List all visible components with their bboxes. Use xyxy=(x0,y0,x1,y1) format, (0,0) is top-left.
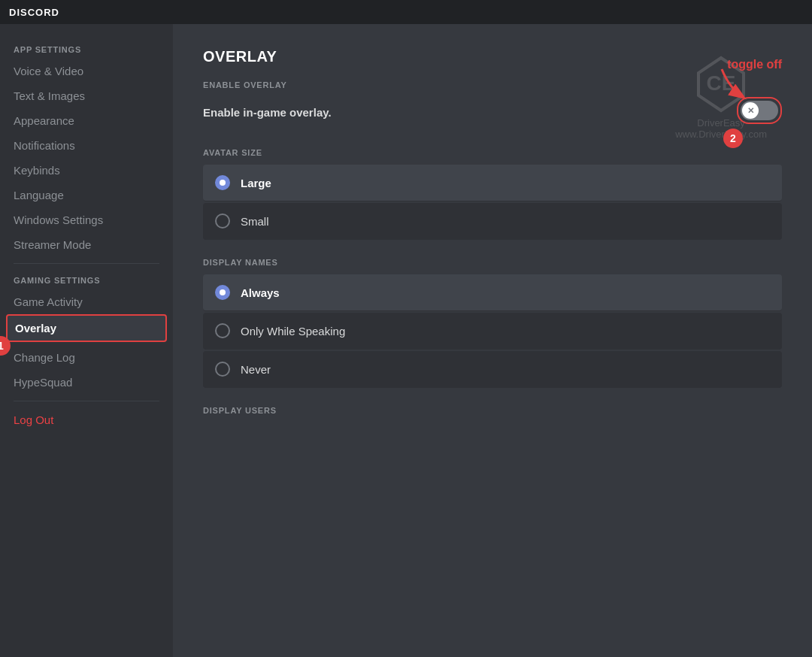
sidebar-item-label: Text & Images xyxy=(14,89,85,102)
radio-label-always: Always xyxy=(241,286,280,299)
sidebar-item-hypesquad[interactable]: HypeSquad xyxy=(6,370,167,395)
toggle-off-annotation: toggle off xyxy=(727,58,782,71)
sidebar-item-label: Streamer Mode xyxy=(14,238,91,251)
sidebar-item-overlay[interactable]: Overlay xyxy=(6,314,167,342)
content-area: CE DriverEasy www.DriverEasy.com OVERLAY… xyxy=(173,24,812,657)
radio-circle-large xyxy=(215,175,230,190)
main-layout: APP SETTINGS Voice & Video Text & Images… xyxy=(0,24,812,657)
sidebar-item-streamer-mode[interactable]: Streamer Mode xyxy=(6,232,167,257)
radio-circle-small xyxy=(215,213,230,229)
avatar-size-label: AVATAR SIZE xyxy=(203,148,782,157)
toggle-container: toggle off ✕ xyxy=(737,97,782,127)
sidebar-item-keybinds[interactable]: Keybinds xyxy=(6,158,167,183)
sidebar-item-label: Notifications xyxy=(14,139,75,152)
sidebar-item-label: HypeSquad xyxy=(14,376,72,389)
display-names-label: DISPLAY NAMES xyxy=(203,258,782,267)
sidebar-item-label: Language xyxy=(14,189,64,201)
sidebar-item-change-log[interactable]: Change Log xyxy=(6,345,167,370)
sidebar-item-label: Change Log xyxy=(14,351,75,364)
sidebar-item-label: Appearance xyxy=(14,114,74,127)
enable-overlay-row: Enable in-game overlay. toggle off xyxy=(203,97,782,127)
radio-label-only-while-speaking: Only While Speaking xyxy=(241,325,345,338)
toggle-highlight: ✕ xyxy=(737,97,782,124)
sidebar-item-language[interactable]: Language xyxy=(6,183,167,207)
avatar-size-group: Large Small xyxy=(203,165,782,240)
sidebar-divider-2 xyxy=(14,401,159,401)
radio-option-always[interactable]: Always xyxy=(203,274,782,311)
radio-option-small[interactable]: Small xyxy=(203,203,782,240)
sidebar-item-windows-settings[interactable]: Windows Settings xyxy=(6,207,167,232)
radio-option-never[interactable]: Never xyxy=(203,351,782,388)
radio-circle-always xyxy=(215,285,230,300)
sidebar-item-label: Voice & Video xyxy=(14,65,83,77)
radio-circle-never xyxy=(215,362,230,377)
title-bar: DISCORD xyxy=(0,0,812,24)
radio-circle-only-while-speaking xyxy=(215,323,230,338)
radio-label-never: Never xyxy=(241,363,271,376)
radio-label-large: Large xyxy=(241,177,271,189)
toggle-x-icon: ✕ xyxy=(747,107,754,115)
sidebar-item-label: Windows Settings xyxy=(14,213,103,226)
gaming-settings-label: GAMING SETTINGS xyxy=(6,270,167,288)
display-names-group: Always Only While Speaking Never xyxy=(203,274,782,388)
radio-option-only-while-speaking[interactable]: Only While Speaking xyxy=(203,313,782,350)
badge-2: 2 xyxy=(723,129,743,148)
sidebar-item-label: Keybinds xyxy=(14,164,60,177)
radio-label-small: Small xyxy=(241,215,269,228)
sidebar-item-voice-video[interactable]: Voice & Video xyxy=(6,59,167,83)
page-title: OVERLAY xyxy=(203,48,782,65)
sidebar-item-label: Game Activity xyxy=(14,295,83,308)
sidebar-item-notifications[interactable]: Notifications xyxy=(6,133,167,158)
badge-1: 1 xyxy=(0,336,11,356)
logout-button[interactable]: Log Out xyxy=(6,407,167,432)
sidebar-item-game-activity[interactable]: Game Activity xyxy=(6,289,167,314)
toggle-knob: ✕ xyxy=(742,102,759,119)
sidebar: APP SETTINGS Voice & Video Text & Images… xyxy=(0,24,173,657)
enable-overlay-label: ENABLE OVERLAY xyxy=(203,80,782,89)
sidebar-item-appearance[interactable]: Appearance xyxy=(6,108,167,133)
radio-option-large[interactable]: Large xyxy=(203,165,782,201)
enable-overlay-text: Enable in-game overlay. xyxy=(203,106,332,119)
enable-overlay-toggle[interactable]: ✕ xyxy=(741,101,778,120)
app-settings-label: APP SETTINGS xyxy=(6,39,167,57)
sidebar-item-label: Overlay xyxy=(15,322,56,335)
sidebar-item-text-images[interactable]: Text & Images xyxy=(6,83,167,108)
display-users-label: DISPLAY USERS xyxy=(203,406,782,415)
sidebar-divider xyxy=(14,263,159,264)
discord-logo: DISCORD xyxy=(9,7,59,18)
